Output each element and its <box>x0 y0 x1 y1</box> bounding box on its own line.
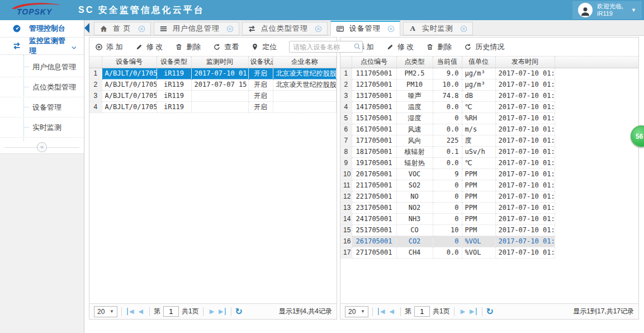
table-row[interactable]: 15251705001CO10PPM2017-07-10 01:37:01 <box>340 224 638 236</box>
search-icon[interactable] <box>353 43 361 50</box>
table-cell[interactable]: PPM <box>462 180 495 191</box>
table-row[interactable]: 2A/BJLT/0/1705002iR1192017-07-07 15:03:0… <box>89 79 337 90</box>
table-cell[interactable]: 2017-07-10 01:53:22 <box>495 68 555 79</box>
table-cell[interactable]: 0.0 <box>433 157 462 168</box>
close-icon[interactable] <box>387 25 395 32</box>
delete-button[interactable]: 删除 <box>175 42 201 52</box>
table-cell[interactable]: m/s <box>462 124 495 135</box>
row-number-cell[interactable]: 13 <box>340 202 352 213</box>
table-row[interactable]: 4141705001温度0.0℃2017-07-10 01:53:22 <box>340 101 638 112</box>
sidebar-item-point-type[interactable]: 点位类型管理 <box>0 77 84 97</box>
table-cell[interactable]: uSv/h <box>462 146 495 157</box>
row-number-cell[interactable]: 5 <box>340 112 352 124</box>
row-number-cell[interactable]: 3 <box>340 90 352 101</box>
table-cell[interactable]: 2017-07-10 01:53:21 <box>495 79 555 90</box>
row-number-cell[interactable]: 12 <box>340 191 352 202</box>
table-cell[interactable]: 261705001 <box>352 236 396 247</box>
table-cell[interactable]: SO2 <box>396 180 433 191</box>
table-cell[interactable]: 北京凌天世纪控股股份有限 <box>273 79 337 90</box>
row-number-cell[interactable]: 2 <box>89 79 102 90</box>
refresh-button[interactable]: ↻ <box>486 307 494 316</box>
table-cell[interactable]: 161705001 <box>352 124 396 135</box>
tab-realtime[interactable]: A实时监测 <box>403 22 473 35</box>
table-cell[interactable]: ℃ <box>462 101 495 112</box>
table-cell[interactable]: dB <box>462 90 495 101</box>
sidebar-collapse-button[interactable]: « <box>37 142 47 152</box>
table-cell[interactable]: 2017-07-10 01:53:21 <box>495 191 555 202</box>
table-cell[interactable]: 131705001 <box>352 90 396 101</box>
row-number-cell[interactable]: 4 <box>89 101 102 112</box>
table-cell[interactable]: 0 <box>433 213 462 224</box>
refresh-button[interactable]: ↻ <box>235 307 243 316</box>
next-page-button[interactable]: ▶ <box>458 308 467 315</box>
table-cell[interactable]: %VOL <box>462 236 495 247</box>
table-cell[interactable]: 0 <box>433 236 462 247</box>
row-number-cell[interactable]: 1 <box>89 68 102 79</box>
last-page-button[interactable]: ▶ <box>216 308 225 315</box>
row-number-cell[interactable]: 11 <box>340 180 352 191</box>
table-cell[interactable]: CO2 <box>396 236 433 247</box>
table-cell[interactable]: 0.0 <box>433 124 462 135</box>
table-row[interactable]: 16261705001CO20%VOL2017-07-10 01:53:22 <box>340 236 638 247</box>
table-cell[interactable]: 191705001 <box>352 157 396 168</box>
table-cell[interactable]: %RH <box>462 112 495 124</box>
table-cell[interactable]: 0 <box>433 180 462 191</box>
close-icon[interactable] <box>226 25 234 32</box>
table-cell[interactable]: ℃ <box>462 157 495 168</box>
table-cell[interactable]: 2017-07-10 01:53:21 <box>495 247 555 258</box>
prev-page-button[interactable]: ◀ <box>136 308 145 315</box>
sidebar-section-monitor-mgmt[interactable]: 监控监测管理 <box>0 37 84 55</box>
last-page-button[interactable]: ▶ <box>467 308 476 315</box>
table-cell[interactable]: iR119 <box>157 101 191 112</box>
table-cell[interactable]: 271705001 <box>352 247 396 258</box>
table-row[interactable]: 3131705001噪声74.8dB2017-07-10 01:53:22 <box>340 90 638 101</box>
table-cell[interactable]: 171705001 <box>352 135 396 146</box>
table-cell[interactable]: 221705001 <box>352 191 396 202</box>
row-number-cell[interactable]: 15 <box>340 224 352 236</box>
table-cell[interactable]: 2017-07-10 01:53:22 <box>191 68 248 79</box>
close-icon[interactable] <box>138 25 145 32</box>
table-cell[interactable]: PPM <box>462 202 495 213</box>
row-number-cell[interactable]: 6 <box>340 124 352 135</box>
edit-button[interactable]: 修 改 <box>386 42 414 52</box>
row-number-cell[interactable]: 9 <box>340 157 352 168</box>
row-number-cell[interactable]: 8 <box>340 146 352 157</box>
table-row[interactable]: 8181705001核辐射0.1uSv/h2017-07-10 01:53:21 <box>340 146 638 157</box>
table-cell[interactable]: A/BJLT/0/1705003 <box>102 90 157 101</box>
table-row[interactable]: 7171705001风向225度2017-07-10 01:53:21 <box>340 135 638 146</box>
table-cell[interactable] <box>273 90 337 101</box>
add-button[interactable]: 添 加 <box>95 42 123 52</box>
table-cell[interactable] <box>191 101 248 112</box>
tab-device[interactable]: 设备管理 <box>330 21 400 36</box>
table-cell[interactable]: 2017-07-10 01:53:22 <box>495 202 555 213</box>
table-cell[interactable]: 2017-07-10 01:53:21 <box>495 157 555 168</box>
table-cell[interactable]: 201705001 <box>352 168 396 180</box>
tab-home[interactable]: 首 页 <box>94 22 151 35</box>
table-cell[interactable]: 0.0 <box>433 101 462 112</box>
table-cell[interactable]: 0 <box>433 202 462 213</box>
table-cell[interactable]: 2017-07-10 01:53:21 <box>495 124 555 135</box>
table-cell[interactable]: VOC <box>396 168 433 180</box>
table-cell[interactable]: 2017-07-10 01:53:22 <box>495 90 555 101</box>
table-row[interactable]: 6161705001风速0.0m/s2017-07-10 01:53:21 <box>340 124 638 135</box>
table-cell[interactable]: 241705001 <box>352 213 396 224</box>
tab-user-info[interactable]: 用户信息管理 <box>154 22 239 35</box>
table-cell[interactable]: 开启 <box>248 79 273 90</box>
table-row[interactable]: 10201705001VOC9PPM2017-07-10 01:53:22 <box>340 168 638 180</box>
table-cell[interactable]: iR119 <box>157 79 191 90</box>
row-number-cell[interactable]: 7 <box>340 135 352 146</box>
sidebar-item-user-info[interactable]: 用户信息管理 <box>0 57 84 77</box>
sidebar-item-realtime[interactable]: 实时监测 <box>0 118 84 138</box>
tab-point-type[interactable]: 点位类型管理 <box>242 22 328 35</box>
table-row[interactable]: 12221705001NO0PPM2017-07-10 01:53:21 <box>340 191 638 202</box>
row-number-cell[interactable]: 4 <box>340 101 352 112</box>
search-input[interactable] <box>289 41 363 53</box>
table-cell[interactable]: μg/m³ <box>462 79 495 90</box>
page-size-select[interactable]: 20▼ <box>345 306 368 317</box>
table-cell[interactable]: 度 <box>462 135 495 146</box>
table-cell[interactable]: 141705001 <box>352 101 396 112</box>
locate-button[interactable]: 定位 <box>251 42 277 52</box>
table-cell[interactable]: PM2.5 <box>396 68 433 79</box>
table-cell[interactable]: 0.0 <box>433 247 462 258</box>
table-cell[interactable] <box>191 90 248 101</box>
